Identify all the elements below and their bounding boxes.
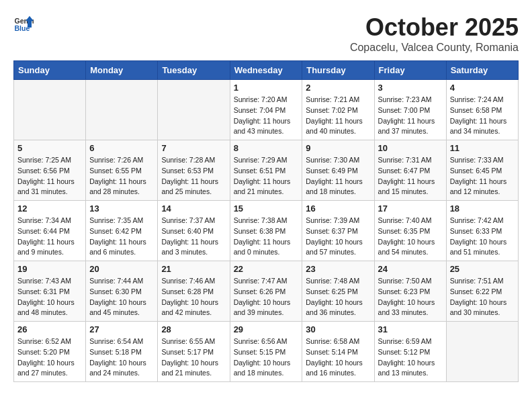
calendar-cell (86, 80, 158, 140)
day-info: Sunrise: 7:20 AMSunset: 7:04 PMDaylight:… (234, 95, 299, 137)
calendar-cell (158, 80, 230, 140)
day-info: Sunrise: 6:56 AMSunset: 5:15 PMDaylight:… (234, 336, 299, 379)
day-info: Sunrise: 7:43 AMSunset: 6:31 PMDaylight:… (17, 276, 82, 318)
calendar-cell: 9Sunrise: 7:30 AMSunset: 6:49 PMDaylight… (302, 140, 374, 201)
weekday-header: Friday (374, 61, 446, 80)
calendar-cell: 15Sunrise: 7:38 AMSunset: 6:38 PMDayligh… (230, 201, 302, 261)
day-info: Sunrise: 6:59 AMSunset: 5:12 PMDaylight:… (378, 336, 443, 379)
day-number: 23 (306, 264, 370, 274)
calendar-cell: 28Sunrise: 6:55 AMSunset: 5:17 PMDayligh… (158, 322, 230, 382)
logo: General Blue (13, 13, 34, 34)
day-info: Sunrise: 6:54 AMSunset: 5:18 PMDaylight:… (89, 336, 154, 379)
day-number: 11 (450, 143, 515, 153)
calendar-cell: 4Sunrise: 7:24 AMSunset: 6:58 PMDaylight… (446, 80, 518, 140)
day-info: Sunrise: 7:44 AMSunset: 6:30 PMDaylight:… (89, 276, 154, 318)
day-info: Sunrise: 7:31 AMSunset: 6:47 PMDaylight:… (378, 155, 443, 197)
calendar-cell: 12Sunrise: 7:34 AMSunset: 6:44 PMDayligh… (14, 201, 86, 261)
calendar-cell: 7Sunrise: 7:28 AMSunset: 6:53 PMDaylight… (158, 140, 230, 201)
day-info: Sunrise: 7:42 AMSunset: 6:33 PMDaylight:… (450, 216, 515, 258)
calendar-cell: 21Sunrise: 7:46 AMSunset: 6:28 PMDayligh… (158, 261, 230, 322)
day-info: Sunrise: 7:26 AMSunset: 6:55 PMDaylight:… (89, 155, 154, 197)
day-info: Sunrise: 7:23 AMSunset: 7:00 PMDaylight:… (378, 95, 443, 137)
calendar-cell: 8Sunrise: 7:29 AMSunset: 6:51 PMDaylight… (230, 140, 302, 201)
day-info: Sunrise: 7:33 AMSunset: 6:45 PMDaylight:… (450, 155, 515, 197)
calendar-cell: 19Sunrise: 7:43 AMSunset: 6:31 PMDayligh… (14, 261, 86, 322)
calendar-cell: 2Sunrise: 7:21 AMSunset: 7:02 PMDaylight… (302, 80, 374, 140)
day-info: Sunrise: 7:50 AMSunset: 6:23 PMDaylight:… (378, 276, 443, 318)
weekday-header: Tuesday (158, 61, 230, 80)
calendar-week-row: 5Sunrise: 7:25 AMSunset: 6:56 PMDaylight… (14, 140, 519, 201)
day-number: 15 (234, 203, 299, 214)
day-info: Sunrise: 7:46 AMSunset: 6:28 PMDaylight:… (161, 276, 226, 318)
calendar-cell: 20Sunrise: 7:44 AMSunset: 6:30 PMDayligh… (86, 261, 158, 322)
day-number: 26 (17, 324, 82, 334)
calendar-week-row: 12Sunrise: 7:34 AMSunset: 6:44 PMDayligh… (14, 201, 519, 261)
day-number: 30 (306, 324, 370, 334)
day-number: 21 (161, 264, 226, 274)
logo-icon: General Blue (13, 13, 34, 34)
weekday-header: Thursday (302, 61, 374, 80)
calendar-cell: 24Sunrise: 7:50 AMSunset: 6:23 PMDayligh… (374, 261, 446, 322)
calendar-cell: 17Sunrise: 7:40 AMSunset: 6:35 PMDayligh… (374, 201, 446, 261)
calendar-cell: 22Sunrise: 7:47 AMSunset: 6:26 PMDayligh… (230, 261, 302, 322)
day-number: 16 (306, 203, 370, 214)
calendar-cell: 25Sunrise: 7:51 AMSunset: 6:22 PMDayligh… (446, 261, 518, 322)
day-number: 6 (89, 143, 154, 153)
calendar-cell: 10Sunrise: 7:31 AMSunset: 6:47 PMDayligh… (374, 140, 446, 201)
day-number: 2 (306, 83, 370, 93)
calendar-cell (14, 80, 86, 140)
day-info: Sunrise: 7:35 AMSunset: 6:42 PMDaylight:… (89, 216, 154, 258)
calendar-cell: 29Sunrise: 6:56 AMSunset: 5:15 PMDayligh… (230, 322, 302, 382)
location-title: Copacelu, Valcea County, Romania (350, 42, 519, 54)
title-section: October 2025 Copacelu, Valcea County, Ro… (350, 13, 519, 54)
day-number: 5 (17, 143, 82, 153)
calendar-cell: 11Sunrise: 7:33 AMSunset: 6:45 PMDayligh… (446, 140, 518, 201)
day-info: Sunrise: 7:30 AMSunset: 6:49 PMDaylight:… (306, 155, 370, 197)
calendar-week-row: 26Sunrise: 6:52 AMSunset: 5:20 PMDayligh… (14, 322, 519, 382)
day-number: 8 (234, 143, 299, 153)
month-title: October 2025 (350, 13, 519, 42)
calendar-cell: 18Sunrise: 7:42 AMSunset: 6:33 PMDayligh… (446, 201, 518, 261)
day-info: Sunrise: 6:55 AMSunset: 5:17 PMDaylight:… (161, 336, 226, 379)
day-number: 22 (234, 264, 299, 274)
day-number: 28 (161, 324, 226, 334)
calendar-cell: 27Sunrise: 6:54 AMSunset: 5:18 PMDayligh… (86, 322, 158, 382)
weekday-header: Sunday (14, 61, 86, 80)
day-number: 24 (378, 264, 443, 274)
svg-text:Blue: Blue (15, 24, 30, 32)
day-number: 18 (450, 203, 515, 214)
day-number: 31 (378, 324, 443, 334)
calendar-cell: 26Sunrise: 6:52 AMSunset: 5:20 PMDayligh… (14, 322, 86, 382)
calendar-week-row: 1Sunrise: 7:20 AMSunset: 7:04 PMDaylight… (14, 80, 519, 140)
day-number: 1 (234, 83, 299, 93)
day-number: 17 (378, 203, 443, 214)
day-number: 25 (450, 264, 515, 274)
day-info: Sunrise: 7:39 AMSunset: 6:37 PMDaylight:… (306, 216, 370, 258)
day-number: 3 (378, 83, 443, 93)
calendar-cell: 30Sunrise: 6:58 AMSunset: 5:14 PMDayligh… (302, 322, 374, 382)
day-number: 14 (161, 203, 226, 214)
day-number: 4 (450, 83, 515, 93)
day-info: Sunrise: 7:47 AMSunset: 6:26 PMDaylight:… (234, 276, 299, 318)
day-number: 7 (161, 143, 226, 153)
weekday-header: Saturday (446, 61, 518, 80)
calendar-table: SundayMondayTuesdayWednesdayThursdayFrid… (13, 60, 519, 382)
calendar-cell (446, 322, 518, 382)
day-number: 27 (89, 324, 154, 334)
calendar-cell: 16Sunrise: 7:39 AMSunset: 6:37 PMDayligh… (302, 201, 374, 261)
day-info: Sunrise: 7:38 AMSunset: 6:38 PMDaylight:… (234, 216, 299, 258)
day-number: 20 (89, 264, 154, 274)
calendar-cell: 23Sunrise: 7:48 AMSunset: 6:25 PMDayligh… (302, 261, 374, 322)
day-info: Sunrise: 6:52 AMSunset: 5:20 PMDaylight:… (17, 336, 82, 379)
day-number: 19 (17, 264, 82, 274)
day-number: 10 (378, 143, 443, 153)
calendar-header-row: SundayMondayTuesdayWednesdayThursdayFrid… (14, 61, 519, 80)
day-info: Sunrise: 7:24 AMSunset: 6:58 PMDaylight:… (450, 95, 515, 137)
calendar-cell: 5Sunrise: 7:25 AMSunset: 6:56 PMDaylight… (14, 140, 86, 201)
weekday-header: Monday (86, 61, 158, 80)
day-info: Sunrise: 7:51 AMSunset: 6:22 PMDaylight:… (450, 276, 515, 318)
day-info: Sunrise: 7:21 AMSunset: 7:02 PMDaylight:… (306, 95, 370, 137)
calendar-week-row: 19Sunrise: 7:43 AMSunset: 6:31 PMDayligh… (14, 261, 519, 322)
calendar-cell: 6Sunrise: 7:26 AMSunset: 6:55 PMDaylight… (86, 140, 158, 201)
day-number: 12 (17, 203, 82, 214)
